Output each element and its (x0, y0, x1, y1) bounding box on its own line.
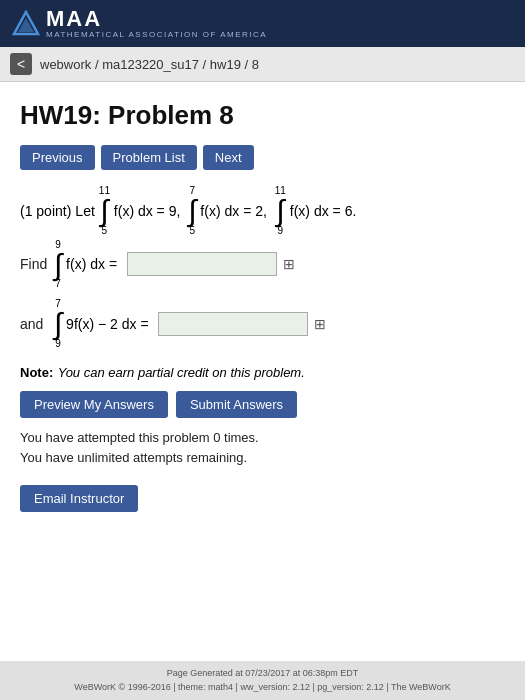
footer-line2: WeBWorK © 1996-2016 | theme: math4 | ww_… (10, 681, 515, 695)
grid-icon-2[interactable]: ⊞ (314, 316, 326, 332)
page-title: HW19: Problem 8 (20, 100, 505, 131)
preview-answers-button[interactable]: Preview My Answers (20, 391, 168, 418)
footer-line1: Page Generated at 07/23/2017 at 06:38pm … (10, 667, 515, 681)
note-text: You can earn partial credit on this prob… (58, 365, 305, 380)
action-buttons: Preview My Answers Submit Answers (20, 391, 505, 418)
attempts-info: You have attempted this problem 0 times.… (20, 428, 505, 470)
header-title-block: MAA MATHEMATICAL ASSOCIATION OF AMERICA (46, 8, 267, 39)
maa-subtitle: MATHEMATICAL ASSOCIATION OF AMERICA (46, 30, 267, 39)
back-button[interactable]: < (10, 53, 32, 75)
note-prefix: Note: (20, 365, 53, 380)
maa-title: MAA (46, 8, 267, 30)
let-label: Let (75, 203, 94, 219)
nav-buttons: Previous Problem List Next (20, 145, 505, 170)
note-section: Note: You can earn partial credit on thi… (20, 363, 505, 381)
and-label: and (20, 316, 48, 332)
find-integral: 9 ∫ 7 f(x) dx = (54, 240, 121, 290)
main-content: HW19: Problem 8 Previous Problem List Ne… (0, 82, 525, 661)
grid-icon-1[interactable]: ⊞ (283, 256, 295, 272)
integral-1: 11 ∫ 5 f(x) dx = 9, (99, 186, 184, 236)
submit-answers-button[interactable]: Submit Answers (176, 391, 297, 418)
breadcrumb-bar: < webwork / ma123220_su17 / hw19 / 8 (0, 47, 525, 82)
attempts-line2: You have unlimited attempts remaining. (20, 448, 505, 469)
problem-section: (1 point) Let 11 ∫ 5 f(x) dx = 9, 7 ∫ 5 … (20, 186, 505, 349)
find-label: Find (20, 256, 48, 272)
breadcrumb: webwork / ma123220_su17 / hw19 / 8 (40, 57, 259, 72)
and-row: and 7 ∫ 9 9f(x) − 2 dx = ⊞ (20, 299, 505, 349)
attempts-line1: You have attempted this problem 0 times. (20, 428, 505, 449)
logo-block: MAA MATHEMATICAL ASSOCIATION OF AMERICA (12, 8, 267, 39)
footer: Page Generated at 07/23/2017 at 06:38pm … (0, 661, 525, 700)
integral-2: 7 ∫ 5 f(x) dx = 2, (188, 186, 271, 236)
previous-button[interactable]: Previous (20, 145, 95, 170)
next-button[interactable]: Next (203, 145, 254, 170)
point-label: (1 point) (20, 203, 71, 219)
find-row: Find 9 ∫ 7 f(x) dx = ⊞ (20, 240, 505, 290)
header: MAA MATHEMATICAL ASSOCIATION OF AMERICA (0, 0, 525, 47)
problem-list-button[interactable]: Problem List (101, 145, 197, 170)
email-instructor-button[interactable]: Email Instructor (20, 485, 138, 512)
problem-given-line: (1 point) Let 11 ∫ 5 f(x) dx = 9, 7 ∫ 5 … (20, 186, 505, 236)
find-answer-input[interactable] (127, 252, 277, 276)
integral-3: 11 ∫ 9 f(x) dx = 6. (275, 186, 357, 236)
and-integral: 7 ∫ 9 9f(x) − 2 dx = (54, 299, 152, 349)
and-answer-input[interactable] (158, 312, 308, 336)
maa-logo-icon (12, 10, 40, 38)
